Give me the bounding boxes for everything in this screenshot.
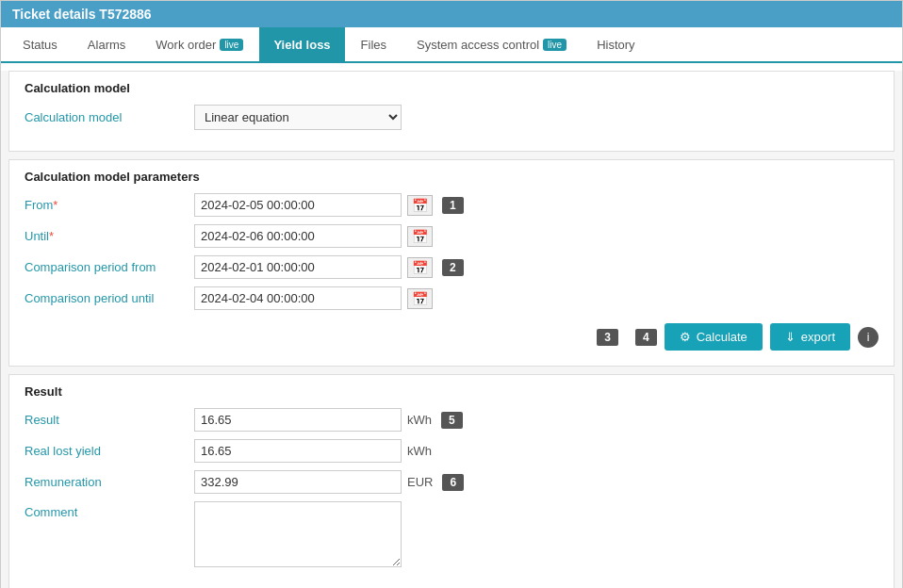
- calc-model-select[interactable]: Linear equation Quadratic equation Custo…: [194, 105, 402, 130]
- comp-until-calendar-icon[interactable]: 📅: [407, 288, 433, 309]
- comp-from-row: Comparison period from 📅 2: [25, 255, 878, 279]
- calc-model-section: Calculation model Calculation model Line…: [8, 71, 895, 152]
- real-lost-label: Real lost yield: [25, 444, 194, 458]
- calc-params-title: Calculation model parameters: [25, 170, 878, 184]
- info-icon[interactable]: i: [858, 327, 878, 348]
- tab-status-label: Status: [23, 38, 57, 52]
- tab-workorder-badge: live: [220, 39, 243, 51]
- export-icon: ⇓: [785, 330, 796, 344]
- title-bar: Ticket details T572886: [1, 1, 902, 27]
- tab-yieldloss-label: Yield loss: [273, 38, 330, 52]
- comp-until-row: Comparison period until 📅: [25, 286, 878, 310]
- real-lost-unit: kWh: [407, 444, 432, 458]
- tab-history[interactable]: History: [583, 27, 649, 61]
- comment-row: Comment: [25, 501, 878, 567]
- tab-workorder-label: Work order: [156, 38, 216, 52]
- calculate-button[interactable]: ⚙ Calculate: [665, 323, 763, 351]
- export-button[interactable]: ⇓ export: [770, 323, 850, 351]
- comp-from-calendar-icon[interactable]: 📅: [407, 257, 433, 278]
- main-content: Calculation model Calculation model Line…: [1, 71, 902, 588]
- tab-alarms[interactable]: Alarms: [74, 27, 140, 61]
- tab-alarms-label: Alarms: [88, 38, 125, 52]
- calculate-icon: ⚙: [680, 330, 691, 344]
- calc-model-title: Calculation model: [25, 81, 878, 95]
- result-section: Result Result kWh 5 Real lost yield kWh …: [8, 374, 895, 588]
- comp-from-input[interactable]: [194, 255, 402, 279]
- badge-6: 6: [442, 474, 464, 491]
- result-title: Result: [25, 384, 878, 399]
- main-window: Ticket details T572886 Status Alarms Wor…: [0, 0, 903, 588]
- remuneration-unit: EUR: [407, 475, 433, 489]
- remuneration-input[interactable]: [194, 470, 402, 494]
- calc-model-label: Calculation model: [25, 110, 194, 124]
- badge-4: 4: [635, 329, 657, 346]
- tab-systemaccess-badge: live: [543, 39, 566, 51]
- badge-5: 5: [441, 412, 463, 429]
- tab-workorder[interactable]: Work order live: [141, 27, 257, 61]
- until-label: Until*: [25, 229, 194, 243]
- calculate-label: Calculate: [697, 330, 747, 344]
- action-btn-row: 3 4 ⚙ Calculate ⇓ export i: [25, 318, 878, 352]
- remuneration-label: Remuneration: [25, 475, 194, 489]
- from-input[interactable]: [194, 193, 402, 217]
- comp-until-input[interactable]: [194, 286, 402, 310]
- tab-status[interactable]: Status: [8, 27, 72, 61]
- from-calendar-icon[interactable]: 📅: [407, 195, 433, 216]
- result-label: Result: [25, 413, 194, 427]
- from-row: From* 📅 1: [25, 193, 878, 217]
- badge-3: 3: [597, 329, 618, 346]
- remuneration-row: Remuneration EUR 6: [25, 470, 878, 494]
- result-row: Result kWh 5: [25, 408, 878, 432]
- real-lost-row: Real lost yield kWh: [25, 439, 878, 463]
- calc-model-row: Calculation model Linear equation Quadra…: [25, 105, 878, 130]
- tab-bar: Status Alarms Work order live Yield loss…: [1, 27, 902, 63]
- until-row: Until* 📅: [25, 224, 878, 248]
- badge-1: 1: [442, 197, 464, 214]
- comp-until-label: Comparison period until: [25, 291, 194, 305]
- badge-2: 2: [442, 259, 464, 276]
- tab-history-label: History: [597, 38, 634, 52]
- result-input[interactable]: [194, 408, 402, 432]
- until-calendar-icon[interactable]: 📅: [407, 226, 433, 247]
- real-lost-input[interactable]: [194, 439, 402, 463]
- tab-yieldloss[interactable]: Yield loss: [259, 27, 344, 61]
- tab-systemaccess-label: System access control: [417, 38, 539, 52]
- comp-from-label: Comparison period from: [25, 260, 194, 274]
- from-label: From*: [25, 198, 194, 212]
- tab-systemaccess[interactable]: System access control live: [402, 27, 581, 61]
- result-unit: kWh: [407, 413, 432, 427]
- until-input[interactable]: [194, 224, 402, 248]
- tab-files[interactable]: Files: [347, 27, 401, 61]
- export-label: export: [801, 330, 835, 344]
- comment-label: Comment: [25, 501, 194, 519]
- tab-files-label: Files: [361, 38, 386, 52]
- comment-textarea[interactable]: [194, 501, 402, 567]
- calc-params-section: Calculation model parameters From* 📅 1 U…: [8, 159, 895, 367]
- window-title: Ticket details T572886: [12, 7, 152, 22]
